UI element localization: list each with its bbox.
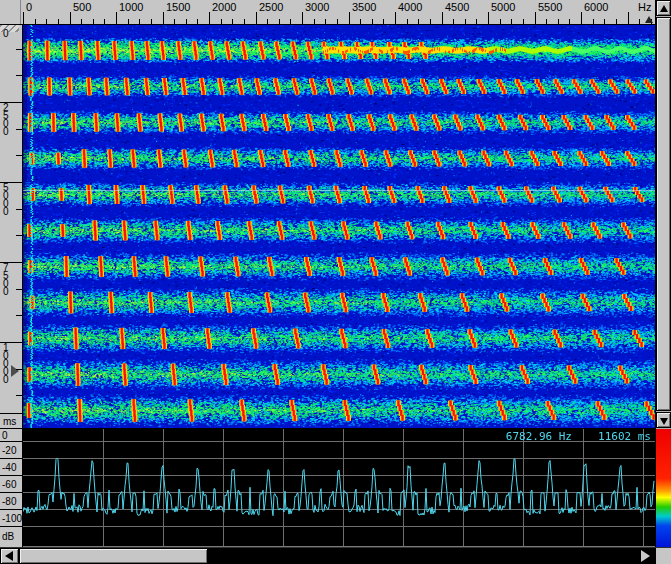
frequency-ruler: 0500100015002000250030003500400045005000… <box>0 0 656 24</box>
freq-major-tick <box>349 12 350 24</box>
freq-tick-label: 1000 <box>119 1 143 13</box>
scroll-right-button[interactable] <box>636 548 656 564</box>
time-minor-tick <box>16 235 22 236</box>
spectrogram-app-window: 0500100015002000250030003500400045005000… <box>0 0 671 564</box>
time-minor-tick <box>16 155 22 156</box>
scroll-up-button[interactable] <box>656 0 671 16</box>
freq-major-tick <box>302 12 303 24</box>
db-tick-label: -60 <box>2 479 16 490</box>
freq-major-tick <box>581 12 582 24</box>
horizontal-scrollbar[interactable] <box>0 548 656 564</box>
freq-tick-label: 6000 <box>584 1 608 13</box>
freq-major-tick <box>395 12 396 24</box>
db-tick-label: -100 <box>2 513 22 524</box>
time-tick-label: 5000 <box>3 184 9 216</box>
db-unit-label: dB <box>2 531 14 542</box>
corner-box-bottom-right <box>656 548 671 564</box>
arrow-down-icon <box>660 418 668 425</box>
db-tick-line <box>0 526 22 527</box>
freq-major-tick <box>23 12 24 24</box>
time-ruler: ms 025005000750010000 <box>0 25 23 428</box>
time-readout: 11602 ms <box>576 430 651 443</box>
freq-tick-label: 2000 <box>212 1 236 13</box>
freq-major-tick <box>256 12 257 24</box>
spectrum-plot-canvas[interactable] <box>23 429 655 547</box>
freq-major-tick <box>209 12 210 24</box>
frequency-readout: 6782.96 Hz <box>480 430 572 443</box>
time-minor-tick <box>16 369 22 370</box>
freq-major-tick <box>535 12 536 24</box>
freq-major-tick <box>442 12 443 24</box>
time-minor-tick <box>16 209 22 210</box>
time-position-marker[interactable] <box>11 365 19 377</box>
time-tick-label: 2500 <box>3 104 9 136</box>
db-tick-label: -40 <box>2 462 16 473</box>
freq-tick-label: 4500 <box>445 1 469 13</box>
time-minor-tick <box>16 395 22 396</box>
frequency-cursor-marker-icon <box>645 16 653 23</box>
vertical-scrollbar-thumb[interactable] <box>656 17 671 411</box>
db-tick-label: -80 <box>2 496 16 507</box>
freq-tick-label: 5500 <box>538 1 562 13</box>
freq-tick-label: 0 <box>26 1 32 13</box>
intensity-colorbar <box>655 429 671 547</box>
horizontal-scrollbar-thumb[interactable] <box>19 548 208 564</box>
time-minor-tick <box>16 49 22 50</box>
time-unit-label: ms <box>3 416 16 427</box>
db-tick-line <box>0 458 22 459</box>
spectrogram-canvas[interactable] <box>23 25 655 428</box>
freq-major-tick <box>628 12 629 24</box>
time-minor-tick <box>16 75 22 76</box>
time-minor-tick <box>16 315 22 316</box>
vertical-scrollbar[interactable] <box>655 0 671 429</box>
freq-tick-label: 4000 <box>398 1 422 13</box>
freq-major-tick <box>488 12 489 24</box>
freq-major-tick <box>163 12 164 24</box>
db-tick-label: -20 <box>2 445 16 456</box>
freq-tick-label: 5000 <box>491 1 515 13</box>
freq-tick-label: 1500 <box>166 1 190 13</box>
db-tick-line <box>0 441 22 442</box>
freq-tick-label: 2500 <box>259 1 283 13</box>
freq-major-tick <box>70 12 71 24</box>
corner-box-top-left <box>0 0 21 24</box>
db-tick-line <box>0 509 22 510</box>
freq-tick-label: 500 <box>73 1 91 13</box>
arrow-left-icon <box>5 551 13 561</box>
frequency-unit-label: Hz <box>638 1 651 13</box>
scroll-down-button[interactable] <box>656 412 671 428</box>
db-tick-line <box>0 475 22 476</box>
db-tick-label: 0 <box>2 430 8 441</box>
time-minor-tick <box>16 289 22 290</box>
freq-tick-label: 3500 <box>352 1 376 13</box>
time-tick-label: 7500 <box>3 264 9 296</box>
db-ruler: dB 0-20-40-60-80-100 <box>0 429 23 547</box>
db-tick-line <box>0 492 22 493</box>
time-minor-tick <box>16 129 22 130</box>
freq-tick-label: 3000 <box>305 1 329 13</box>
time-tick-label: 10000 <box>3 344 9 384</box>
time-major-tick <box>0 413 22 414</box>
scroll-left-button[interactable] <box>0 548 19 564</box>
arrow-up-icon <box>660 5 668 12</box>
arrow-right-icon <box>641 550 650 562</box>
time-tick-label: 0 <box>3 30 9 38</box>
freq-major-tick <box>116 12 117 24</box>
